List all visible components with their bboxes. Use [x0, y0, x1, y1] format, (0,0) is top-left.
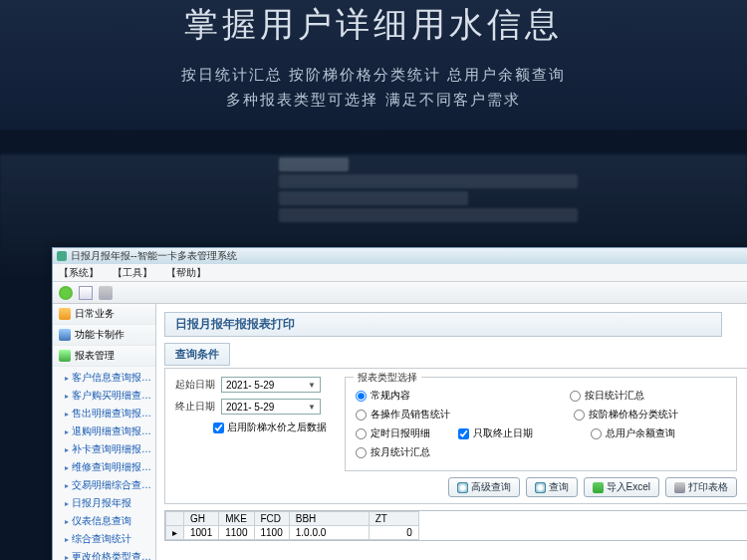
- sidebar-cat-daily[interactable]: 日常业务: [53, 304, 155, 325]
- col-mke[interactable]: MKE: [219, 512, 254, 526]
- export-excel-button[interactable]: 导入Excel: [584, 477, 659, 497]
- app-icon: [57, 251, 67, 261]
- start-date-label: 起始日期: [175, 378, 215, 392]
- tree-item[interactable]: 更改价格类型查…: [63, 548, 155, 560]
- col-zt[interactable]: ZT: [369, 512, 418, 526]
- sidebar-cat-report[interactable]: 报表管理: [53, 346, 155, 367]
- grid-corner: [166, 512, 184, 526]
- search-icon: [457, 482, 468, 493]
- radio-tier[interactable]: 按阶梯价格分类统计: [574, 408, 678, 421]
- tree-item[interactable]: 维修查询明细报…: [63, 458, 155, 476]
- card-icon: [59, 329, 71, 341]
- panel-title: 日报月报年报报表打印: [164, 312, 722, 337]
- cond-title: 查询条件: [164, 343, 230, 366]
- query-button[interactable]: 查询: [526, 477, 578, 497]
- tree-item[interactable]: 交易明细综合查…: [63, 476, 155, 494]
- menu-system[interactable]: 【系统】: [59, 266, 99, 280]
- chevron-down-icon: ▼: [308, 381, 316, 390]
- result-grid[interactable]: GH MKE FCD BBH ZT ▸ 1001 1100 1100 1.0.0…: [164, 510, 747, 541]
- excel-icon: [593, 482, 604, 493]
- tier-label: 启用阶梯水价之后数据: [227, 420, 327, 434]
- end-date-label: 终止日期: [175, 400, 215, 414]
- row-marker: ▸: [166, 526, 184, 540]
- radio-operator[interactable]: 各操作员销售统计: [356, 408, 450, 421]
- calendar-icon: [59, 308, 71, 320]
- tree-item[interactable]: 补卡查询明细报…: [63, 440, 155, 458]
- table-row[interactable]: ▸ 1001 1100 1100 1.0.0.0 0: [166, 526, 419, 540]
- tree-item[interactable]: 日报月报年报: [63, 494, 155, 512]
- radio-timed[interactable]: 定时日报明细: [356, 426, 430, 440]
- print-table-button[interactable]: 打印表格: [665, 477, 737, 497]
- radio-monthly[interactable]: 按月统计汇总: [356, 445, 430, 459]
- menu-help[interactable]: 【帮助】: [166, 266, 206, 280]
- tree-item[interactable]: 退购明细查询报…: [63, 422, 155, 440]
- report-icon: [59, 350, 71, 362]
- start-date-input[interactable]: 2021- 5-29▼: [221, 377, 321, 393]
- tree-item[interactable]: 综合查询统计: [63, 530, 155, 548]
- chevron-down-icon: ▼: [308, 403, 316, 412]
- doc-icon[interactable]: [79, 286, 93, 300]
- main-panel: 日报月报年报报表打印 查询条件 起始日期 2021- 5-29▼ 终止日期 20…: [156, 304, 747, 560]
- fieldset-legend: 报表类型选择: [354, 371, 421, 385]
- tier-checkbox[interactable]: [213, 422, 224, 433]
- adv-query-button[interactable]: 高级查询: [448, 477, 520, 497]
- tree-item[interactable]: 仪表信息查询: [63, 512, 155, 530]
- menu-tools[interactable]: 【工具】: [113, 266, 152, 280]
- window-title: 日报月报年报--智能一卡多表管理系统: [71, 249, 237, 263]
- end-date-input[interactable]: 2021- 5-29▼: [221, 399, 321, 415]
- run-icon[interactable]: [59, 286, 73, 300]
- toolbar: [53, 282, 747, 304]
- report-type-fieldset: 报表类型选择 常规内容 按日统计汇总 各操作员销售统计 按阶梯价格分类统计 定时…: [345, 377, 737, 471]
- sidebar-cat-card[interactable]: 功能卡制作: [53, 325, 155, 346]
- hero-line2: 多种报表类型可选择 满足不同客户需求: [0, 91, 747, 110]
- tree-item[interactable]: 客户购买明细查…: [63, 387, 155, 405]
- query-form: 起始日期 2021- 5-29▼ 终止日期 2021- 5-29▼ 启用阶梯水价…: [164, 368, 747, 504]
- radio-normal[interactable]: 常规内容: [356, 389, 410, 403]
- sidebar-tree: 客户信息查询报… 客户购买明细查… 售出明细查询报… 退购明细查询报… 补卡查询…: [53, 367, 155, 560]
- titlebar[interactable]: 日报月报年报--智能一卡多表管理系统: [53, 248, 747, 264]
- hero-banner: 掌握用户详细用水信息 按日统计汇总 按阶梯价格分类统计 总用户余额查询 多种报表…: [0, 0, 747, 130]
- printer-icon: [674, 482, 685, 493]
- search-icon: [535, 482, 546, 493]
- radio-balance[interactable]: 总用户余额查询: [591, 426, 675, 440]
- radio-daily[interactable]: 按日统计汇总: [570, 389, 644, 403]
- app-window: 日报月报年报--智能一卡多表管理系统 【系统】 【工具】 【帮助】 日常业务 功…: [52, 247, 747, 560]
- col-fcd[interactable]: FCD: [254, 512, 289, 526]
- button-row: 高级查询 查询 导入Excel 打印表格: [175, 477, 737, 497]
- hero-title: 掌握用户详细用水信息: [0, 0, 747, 48]
- col-bbh[interactable]: BBH: [289, 512, 369, 526]
- tree-item[interactable]: 售出明细查询报…: [63, 405, 155, 422]
- check-enddate[interactable]: 只取终止日期: [458, 426, 533, 440]
- print-icon[interactable]: [99, 286, 113, 300]
- col-gh[interactable]: GH: [184, 512, 219, 526]
- menubar: 【系统】 【工具】 【帮助】: [53, 264, 747, 282]
- sidebar: 日常业务 功能卡制作 报表管理 客户信息查询报… 客户购买明细查… 售出明细查询…: [53, 304, 156, 560]
- hero-line1: 按日统计汇总 按阶梯价格分类统计 总用户余额查询: [0, 66, 747, 85]
- tree-item[interactable]: 客户信息查询报…: [63, 369, 155, 387]
